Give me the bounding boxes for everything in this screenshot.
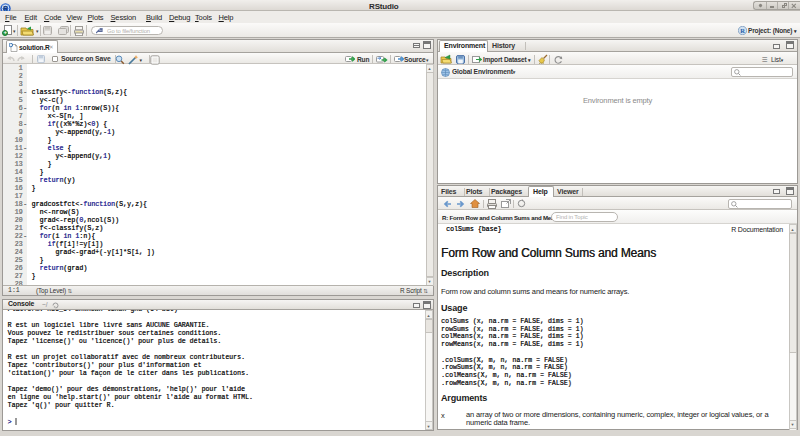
svg-text:R: R [740, 27, 745, 34]
